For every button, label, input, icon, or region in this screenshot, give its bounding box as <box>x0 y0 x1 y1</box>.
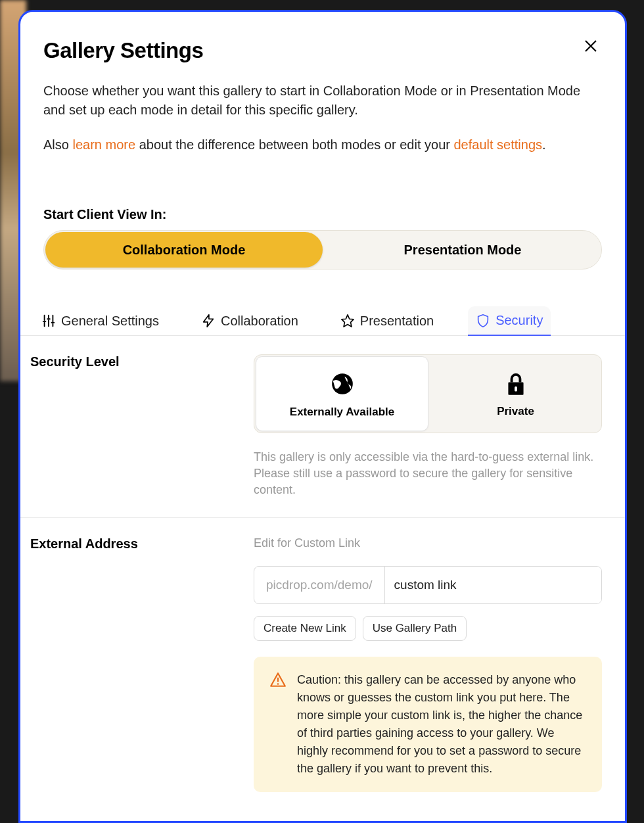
tab-label: General Settings <box>61 314 159 329</box>
tab-general-settings[interactable]: General Settings <box>34 306 167 335</box>
sub-intro-text: Also learn more about the difference bet… <box>43 135 602 154</box>
tab-label: Collaboration <box>221 314 298 329</box>
custom-link-field: picdrop.com/demo/ <box>254 566 602 604</box>
security-option-label: Private <box>497 405 534 418</box>
security-option-private[interactable]: Private <box>430 355 601 433</box>
security-level-toggle: Externally Available Private <box>254 354 602 433</box>
custom-link-warning: Caution: this gallery can be accessed by… <box>254 657 602 792</box>
custom-link-input[interactable] <box>385 567 601 603</box>
lock-icon <box>505 372 526 396</box>
tab-security[interactable]: Security <box>468 306 551 336</box>
intro-text: Choose whether you want this gallery to … <box>43 82 602 120</box>
globe-icon <box>330 371 355 396</box>
security-option-external[interactable]: Externally Available <box>256 356 428 431</box>
security-level-description: This gallery is only accessible via the … <box>254 449 602 499</box>
url-prefix: picdrop.com/demo/ <box>254 567 385 603</box>
default-settings-link[interactable]: default settings <box>453 137 542 152</box>
svg-rect-2 <box>515 387 517 392</box>
security-option-label: Externally Available <box>290 406 394 419</box>
section-security-level: Security Level Externally Available <box>20 336 625 518</box>
tab-label: Presentation <box>360 314 434 329</box>
bolt-icon <box>201 314 216 328</box>
start-view-label: Start Client View In: <box>43 207 602 222</box>
sub-intro-pre: Also <box>43 137 72 152</box>
gallery-settings-modal: Gallery Settings Choose whether you want… <box>18 10 627 823</box>
shield-icon <box>476 314 490 328</box>
sliders-icon <box>41 314 56 328</box>
svg-point-4 <box>277 683 279 685</box>
external-address-hint: Edit for Custom Link <box>254 536 602 550</box>
close-button[interactable] <box>583 38 599 57</box>
start-view-toggle: Collaboration Mode Presentation Mode <box>43 230 602 270</box>
tab-label: Security <box>495 313 543 328</box>
warning-icon <box>269 671 287 688</box>
tab-presentation[interactable]: Presentation <box>333 306 442 335</box>
warning-text: Caution: this gallery can be accessed by… <box>297 671 586 778</box>
create-new-link-button[interactable]: Create New Link <box>254 616 356 641</box>
section-external-address: External Address Edit for Custom Link pi… <box>20 518 625 811</box>
modal-title: Gallery Settings <box>43 38 602 63</box>
sub-intro-end: . <box>542 137 546 152</box>
sub-intro-mid: about the difference between both modes … <box>135 137 453 152</box>
learn-more-link[interactable]: learn more <box>72 137 135 152</box>
external-address-label: External Address <box>30 536 241 792</box>
star-icon <box>340 314 355 328</box>
tab-collaboration[interactable]: Collaboration <box>193 306 306 335</box>
tabs-bar: General Settings Collaboration Presentat… <box>20 306 625 336</box>
toggle-presentation-mode[interactable]: Presentation Mode <box>324 231 601 269</box>
close-icon <box>583 38 599 54</box>
toggle-collaboration-mode[interactable]: Collaboration Mode <box>45 232 323 268</box>
use-gallery-path-button[interactable]: Use Gallery Path <box>363 616 467 641</box>
security-level-label: Security Level <box>30 354 241 499</box>
